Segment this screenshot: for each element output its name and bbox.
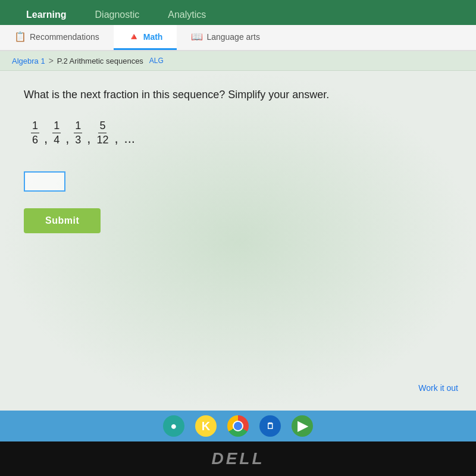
tab-math[interactable]: 🔺 Math [114,25,177,50]
work-it-out-link[interactable]: Work it out [418,383,458,393]
files-icon-symbol: 🗒 [266,421,274,431]
comma-2: , [65,131,69,148]
fraction-2-denominator: 4 [52,133,61,147]
comma-1: , [44,131,48,148]
comma-4: , [114,131,118,148]
taskbar-icon-k[interactable]: K [195,415,217,437]
language-arts-icon: 📖 [191,31,203,42]
answer-input[interactable] [24,171,65,192]
secondary-tabs: 📋 Recommendations 🔺 Math 📖 Language arts [0,25,476,51]
nav-tab-learning[interactable]: Learning [12,5,81,25]
fraction-4-denominator: 12 [95,133,109,147]
breadcrumb: Algebra 1 > P.2 Arithmetic sequences ALG [0,51,476,71]
fraction-1-denominator: 6 [31,133,39,147]
comma-3: , [87,131,90,148]
nav-tab-analytics[interactable]: Analytics [154,5,220,25]
tab-recommendations-label: Recommendations [30,32,99,42]
taskbar-icon-files[interactable]: 🗒 [259,415,281,437]
fraction-1: 1 6 [31,119,39,148]
breadcrumb-separator: > [49,56,54,65]
fraction-3: 1 3 [74,119,82,148]
taskbar-icon-chrome[interactable] [227,415,249,437]
breadcrumb-tag: ALG [149,57,164,65]
play-icon-symbol: ▶ [298,418,308,434]
fraction-3-denominator: 3 [74,133,82,147]
teal-icon-symbol: ● [171,420,177,433]
taskbar-icon-play[interactable]: ▶ [292,415,313,437]
submit-button[interactable]: Submit [24,208,101,233]
dell-bar: DELL [0,441,476,476]
nav-tab-diagnostic[interactable]: Diagnostic [81,5,154,25]
tab-recommendations[interactable]: 📋 Recommendations [0,25,114,50]
fraction-2-numerator: 1 [52,119,61,133]
tab-math-label: Math [143,32,163,42]
breadcrumb-current: P.2 Arithmetic sequences [57,57,143,65]
fraction-3-numerator: 1 [74,119,82,133]
tab-language-arts-label: Language arts [206,32,260,42]
sequence-display: 1 6 , 1 4 , 1 3 , 5 12 , ... [24,119,452,148]
fraction-2: 1 4 [52,119,61,148]
taskbar-icon-teal[interactable]: ● [163,415,184,437]
recommendations-icon: 📋 [14,31,26,42]
taskbar: ● K 🗒 ▶ [0,411,476,441]
fraction-1-numerator: 1 [31,119,39,133]
math-icon: 🔺 [128,31,140,42]
fraction-4: 5 12 [95,119,109,148]
main-content: What is the next fraction in this sequen… [0,71,476,411]
breadcrumb-link[interactable]: Algebra 1 [12,57,45,65]
question-text: What is the next fraction in this sequen… [24,89,452,101]
dell-logo: DELL [211,449,264,468]
k-icon-label: K [202,419,210,433]
ellipsis: ... [124,131,135,148]
fraction-4-numerator: 5 [98,119,107,133]
tab-language-arts[interactable]: 📖 Language arts [177,25,274,50]
top-nav: Learning Diagnostic Analytics [0,0,476,25]
